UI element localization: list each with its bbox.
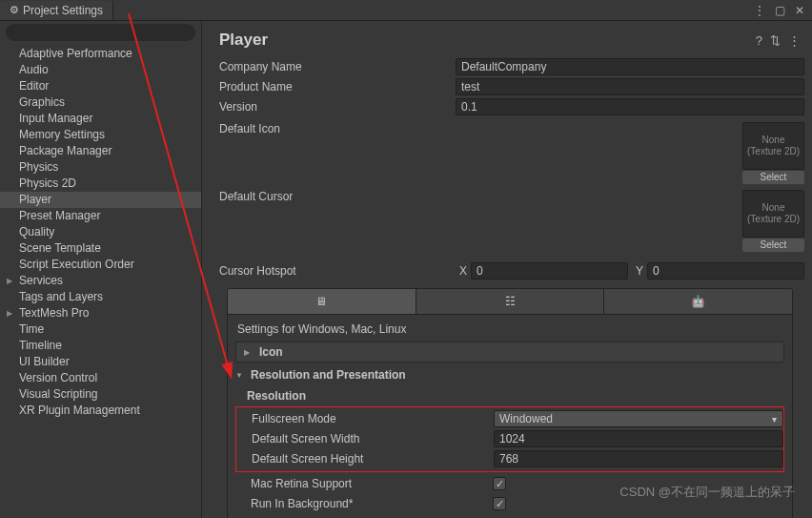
run-in-background-label: Run In Background* [251,497,493,510]
company-name-input[interactable] [456,58,804,75]
sidebar-item-services[interactable]: Services [0,273,201,289]
x-label: X [456,264,471,278]
version-input[interactable] [456,98,804,115]
default-height-input[interactable] [494,450,783,467]
chevron-right-icon: ▶ [244,348,254,357]
help-icon[interactable]: ? [756,33,762,48]
sidebar-item-xr-plugin-management[interactable]: XR Plugin Management [0,403,201,419]
fullscreen-mode-label: Fullscreen Mode [252,412,494,425]
product-name-input[interactable] [456,78,804,95]
default-icon-slot[interactable]: None (Texture 2D) [742,122,804,170]
settings-for-label: Settings for Windows, Mac, Linux [235,321,784,342]
sidebar-item-player[interactable]: Player [0,192,201,208]
sidebar-item-package-manager[interactable]: Package Manager [0,143,201,159]
tab-desktop[interactable]: 🖥 [228,289,416,314]
monitor-icon: 🖥 [315,295,327,308]
preset-icon[interactable]: ⇅ [770,33,781,48]
gear-icon: ⚙ [10,4,19,16]
default-icon-select-button[interactable]: Select [742,171,804,184]
default-cursor-select-button[interactable]: Select [742,238,804,252]
page-title: Player [219,31,268,50]
close-icon[interactable]: ✕ [795,4,804,17]
sidebar-item-preset-manager[interactable]: Preset Manager [0,208,201,224]
sidebar-item-graphics[interactable]: Graphics [0,94,201,111]
sidebar-item-tags-and-layers[interactable]: Tags and Layers [0,289,201,305]
cursor-hotspot-y-input[interactable] [647,262,804,280]
window-title: Project Settings [23,4,103,17]
sidebar-item-script-execution-order[interactable]: Script Execution Order [0,257,201,273]
resolution-highlight-box: Fullscreen Mode Windowed Default Screen … [235,406,784,472]
default-cursor-slot[interactable]: None (Texture 2D) [742,190,804,238]
y-label: Y [632,264,647,278]
sidebar-item-editor[interactable]: Editor [0,78,201,94]
sidebar-item-version-control[interactable]: Version Control [0,370,201,386]
sidebar-item-adaptive-performance[interactable]: Adaptive Performance [0,46,201,62]
sidebar-item-scene-template[interactable]: Scene Template [0,240,201,257]
icon-foldout[interactable]: ▶ Icon [235,342,784,363]
sidebar-item-memory-settings[interactable]: Memory Settings [0,127,201,143]
menu-icon[interactable]: ⋮ [754,4,765,17]
run-in-background-checkbox[interactable]: ✓ [493,497,506,510]
sidebar-item-visual-scripting[interactable]: Visual Scripting [0,386,201,403]
default-width-input[interactable] [494,430,783,447]
sidebar-item-audio[interactable]: Audio [0,62,201,78]
default-width-label: Default Screen Width [252,432,494,445]
sidebar-item-textmesh-pro[interactable]: TextMesh Pro [0,305,201,321]
sidebar-item-time[interactable]: Time [0,321,201,338]
mac-retina-label: Mac Retina Support [251,477,493,490]
resolution-foldout[interactable]: ▼ Resolution and Presentation [235,366,784,383]
version-label: Version [215,100,456,114]
sidebar-item-timeline[interactable]: Timeline [0,338,201,354]
sidebar-item-physics[interactable]: Physics [0,159,201,176]
sidebar-item-ui-builder[interactable]: UI Builder [0,354,201,370]
cursor-hotspot-x-input[interactable] [471,262,628,280]
kebab-icon[interactable]: ⋮ [788,33,801,48]
resolution-header: Resolution [235,387,784,406]
sidebar: Adaptive PerformanceAudioEditorGraphicsI… [0,21,202,518]
sidebar-item-input-manager[interactable]: Input Manager [0,111,201,127]
tab-android[interactable]: 🤖 [604,289,792,314]
player-settings-panel: Player ? ⇅ ⋮ Company Name Product Name V… [202,21,812,518]
server-icon: ☷ [505,295,516,308]
chevron-down-icon: ▼ [235,371,245,380]
window-tab[interactable]: ⚙ Project Settings [0,1,113,20]
standalone-options-foldout[interactable]: Standalone Player Options [235,514,784,518]
tab-server[interactable]: ☷ [416,289,605,314]
cursor-hotspot-label: Cursor Hotspot [215,264,456,278]
sidebar-item-physics-2d[interactable]: Physics 2D [0,176,201,192]
product-name-label: Product Name [215,80,456,93]
mac-retina-checkbox[interactable]: ✓ [493,477,506,490]
fullscreen-mode-select[interactable]: Windowed [494,410,783,427]
default-cursor-label: Default Cursor [215,190,456,252]
default-icon-label: Default Icon [215,122,456,184]
android-icon: 🤖 [691,295,705,308]
company-name-label: Company Name [215,60,456,73]
maximize-icon[interactable]: ▢ [775,4,785,17]
default-height-label: Default Screen Height [252,452,494,466]
search-input[interactable] [6,24,195,41]
sidebar-item-quality[interactable]: Quality [0,224,201,240]
